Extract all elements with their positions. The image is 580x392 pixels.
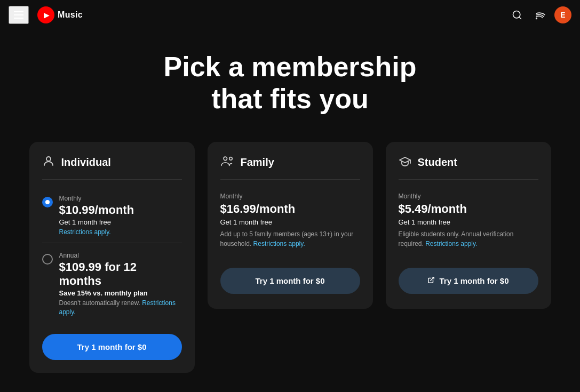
annual-save: Save 15% vs. monthly plan — [59, 289, 182, 297]
search-icon — [512, 10, 522, 20]
monthly-restrictions-link[interactable]: Restrictions apply. — [59, 228, 111, 236]
family-cta-button[interactable]: Try 1 month for $0 — [220, 268, 360, 294]
family-pricing-free: Get 1 month free — [220, 218, 360, 226]
monthly-free: Get 1 month free — [59, 218, 182, 226]
cast-button[interactable] — [531, 5, 550, 25]
logo-text: Music — [58, 10, 83, 20]
student-cta-label: Try 1 month for $0 — [439, 276, 509, 285]
monthly-details: Monthly $10.99/month Get 1 month free Re… — [59, 195, 182, 237]
header-left: Music — [9, 6, 83, 24]
annual-amount: $109.99 for 12 months — [59, 260, 182, 288]
family-pricing-amount: $16.99/month — [220, 202, 360, 216]
page-title: Pick a membership that fits you — [32, 51, 548, 115]
svg-line-7 — [431, 277, 434, 280]
annual-note: Doesn't automatically renew. Restriction… — [59, 299, 182, 317]
user-avatar[interactable]: E — [554, 6, 571, 23]
monthly-radio[interactable] — [42, 197, 53, 207]
individual-card-title: Individual — [61, 156, 111, 169]
youtube-music-logo-icon — [37, 6, 54, 23]
student-icon — [399, 155, 411, 171]
family-card-header: Family — [220, 155, 360, 171]
main-content: Pick a membership that fits you Individu… — [0, 30, 580, 392]
monthly-amount: $10.99/month — [59, 203, 182, 217]
logo[interactable]: Music — [37, 6, 83, 23]
family-restrictions-link[interactable]: Restrictions apply. — [253, 240, 305, 247]
family-pricing-note: Add up to 5 family members (ages 13+) in… — [220, 229, 360, 249]
individual-card: Individual Monthly $10.99/month Get 1 mo… — [29, 142, 195, 373]
annual-details: Annual $109.99 for 12 months Save 15% vs… — [59, 252, 182, 317]
student-pricing-note: Eligible students only. Annual verificat… — [399, 229, 538, 249]
family-divider — [220, 179, 360, 180]
individual-card-header: Individual — [42, 155, 182, 171]
svg-point-2 — [536, 18, 537, 19]
svg-point-3 — [46, 157, 51, 161]
cards-row: Individual Monthly $10.99/month Get 1 mo… — [32, 142, 548, 373]
annual-restrictions-link[interactable]: Restrictions apply. — [59, 299, 176, 316]
header-right: E — [507, 5, 571, 25]
svg-line-1 — [519, 17, 521, 19]
svg-point-4 — [224, 157, 227, 161]
family-pricing-type: Monthly — [220, 193, 360, 200]
student-cta-button[interactable]: Try 1 month for $0 — [399, 268, 538, 294]
annual-option[interactable]: Annual $109.99 for 12 months Save 15% vs… — [42, 245, 182, 323]
individual-divider — [42, 179, 182, 180]
search-button[interactable] — [507, 5, 527, 25]
external-link-icon — [427, 276, 435, 285]
monthly-note: Restrictions apply. — [59, 228, 182, 237]
family-pricing: Monthly $16.99/month Get 1 month free Ad… — [220, 188, 360, 257]
family-card-title: Family — [241, 156, 274, 169]
monthly-option[interactable]: Monthly $10.99/month Get 1 month free Re… — [42, 188, 182, 244]
monthly-type: Monthly — [59, 195, 182, 202]
family-card: Family Monthly $16.99/month Get 1 month … — [208, 142, 373, 309]
student-card-header: Student — [399, 155, 538, 171]
student-pricing-type: Monthly — [399, 193, 538, 200]
annual-radio[interactable] — [42, 254, 53, 265]
svg-point-5 — [229, 157, 232, 160]
individual-icon — [42, 155, 55, 171]
student-restrictions-link[interactable]: Restrictions apply. — [425, 240, 477, 247]
menu-button[interactable] — [9, 6, 29, 24]
cast-icon — [535, 10, 546, 20]
student-card: Student Monthly $5.49/month Get 1 month … — [386, 142, 551, 309]
student-pricing: Monthly $5.49/month Get 1 month free Eli… — [399, 188, 538, 257]
student-divider — [399, 179, 538, 180]
student-card-title: Student — [418, 156, 457, 169]
student-pricing-amount: $5.49/month — [399, 202, 538, 216]
annual-type: Annual — [59, 252, 182, 259]
header: Music E — [0, 0, 580, 30]
family-icon — [220, 155, 234, 171]
individual-cta-button[interactable]: Try 1 month for $0 — [42, 334, 182, 360]
student-pricing-free: Get 1 month free — [399, 218, 538, 226]
